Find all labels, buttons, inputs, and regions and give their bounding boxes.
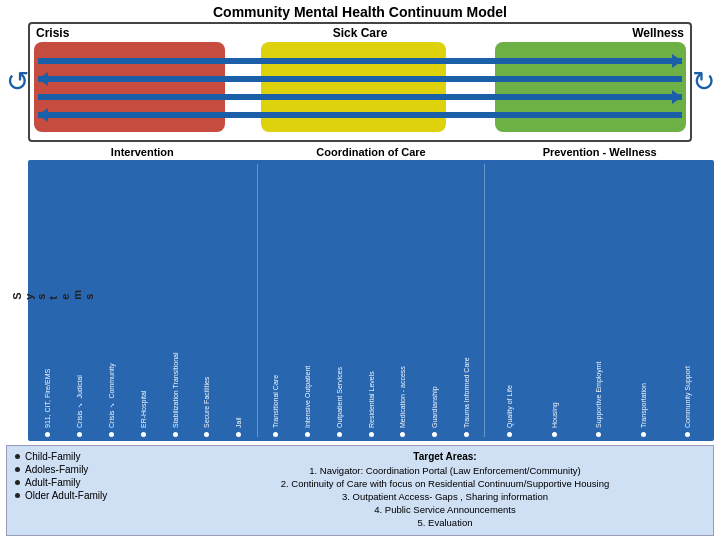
family-item-3: Older Adult-Family — [15, 490, 175, 501]
wellness-label: Wellness — [632, 26, 684, 40]
content-area: Intervention Coordination of Care Preven… — [28, 146, 714, 441]
bottom-section: Child-Family Adoles-Family Adult-Family … — [6, 445, 714, 536]
header-intervention: Intervention — [28, 146, 257, 158]
bullet-c5 — [432, 432, 437, 437]
item-911: 911, CIT, Fire/EMS — [32, 343, 64, 437]
family-item-1: Adoles-Family — [15, 464, 175, 475]
item-outpatient-services: Outpatient Services — [323, 343, 355, 437]
left-arrow-area: ↺ — [6, 22, 28, 142]
item-secure: Secure Facilities — [191, 343, 223, 437]
blue-content-box: 911, CIT, Fire/EMS Crisis ✓ Judicial Cri… — [28, 160, 714, 441]
bullet-p3 — [641, 432, 646, 437]
item-crisis-judicial: Crisis ✓ Judicial — [64, 343, 96, 437]
intervention-group: 911, CIT, Fire/EMS Crisis ✓ Judicial Cri… — [30, 164, 258, 437]
item-quality-life: Quality of Life — [487, 343, 532, 437]
bullet-c1 — [305, 432, 310, 437]
item-housing: Housing — [532, 343, 577, 437]
bullet-family-3 — [15, 493, 20, 498]
item-stabilization: Stabilization Transitional — [159, 343, 191, 437]
bullet-c3 — [369, 432, 374, 437]
bullet-6 — [236, 432, 241, 437]
item-transitional-care: Transitional Care — [260, 343, 292, 437]
sick-care-label: Sick Care — [333, 26, 388, 40]
cross-systems-label: C r o s s S y s t e m s — [0, 288, 95, 300]
header-coordination: Coordination of Care — [257, 146, 486, 158]
bottom-right: Target Areas: 1. Navigator: Coordination… — [175, 451, 705, 530]
arrow-left-1 — [38, 76, 682, 82]
bullet-4 — [173, 432, 178, 437]
bullet-p2 — [596, 432, 601, 437]
bullet-p4 — [685, 432, 690, 437]
family-item-2: Adult-Family — [15, 477, 175, 488]
bullet-family-0 — [15, 454, 20, 459]
right-arrow-area: ↻ — [692, 22, 714, 142]
item-residential: Residential Levels — [355, 343, 387, 437]
family-label-3: Older Adult-Family — [25, 490, 107, 501]
curved-arrow-right-icon: ↻ — [692, 68, 715, 96]
crisis-label: Crisis — [36, 26, 69, 40]
cross-systems-container: C r o s s S y s t e m s — [6, 146, 28, 441]
item-trauma: Trauma Informed Care — [451, 343, 483, 437]
bullet-p0 — [507, 432, 512, 437]
bullet-c2 — [337, 432, 342, 437]
item-transportation: Transportation — [621, 343, 666, 437]
item-guardianship: Guardianship — [419, 343, 451, 437]
item-supportive-employ: Supportive Employmt — [576, 343, 621, 437]
family-item-0: Child-Family — [15, 451, 175, 462]
target-item-2: 3. Outpatient Access- Gaps , Sharing inf… — [185, 491, 705, 502]
crisis-block — [34, 42, 225, 132]
curved-arrow-left-icon: ↺ — [6, 68, 29, 96]
header-prevention: Prevention - Wellness — [485, 146, 714, 158]
target-item-1: 2. Continuity of Care with focus on Resi… — [185, 478, 705, 489]
bullet-3 — [141, 432, 146, 437]
wellness-block — [495, 42, 686, 132]
item-jail: Jail — [223, 343, 255, 437]
arrow-left-2 — [38, 112, 682, 118]
coordination-group: Transitional Care Intensive Outpatient O… — [258, 164, 486, 437]
arrow-right-1 — [38, 58, 682, 64]
family-label-0: Child-Family — [25, 451, 81, 462]
continuum-box: Crisis Sick Care Wellness — [28, 22, 692, 142]
bullet-c6 — [464, 432, 469, 437]
item-er-hospital: ER-Hospital — [127, 343, 159, 437]
bottom-left: Child-Family Adoles-Family Adult-Family … — [15, 451, 175, 530]
bullet-1 — [77, 432, 82, 437]
main-title: Community Mental Health Continuum Model — [6, 4, 714, 20]
item-medication: Medication - access — [387, 343, 419, 437]
bullet-5 — [204, 432, 209, 437]
bullet-family-1 — [15, 467, 20, 472]
family-label-2: Adult-Family — [25, 477, 81, 488]
item-intensive-outpatient: Intensive Outpatient — [291, 343, 323, 437]
bullet-2 — [109, 432, 114, 437]
item-crisis-community: Crisis ✓ Community — [96, 343, 128, 437]
bullet-family-2 — [15, 480, 20, 485]
prevention-group: Quality of Life Housing Supportive Emplo… — [485, 164, 712, 437]
target-item-0: 1. Navigator: Coordination Portal (Law E… — [185, 465, 705, 476]
column-headers: Intervention Coordination of Care Preven… — [28, 146, 714, 158]
bullet-c4 — [400, 432, 405, 437]
target-areas-title: Target Areas: — [185, 451, 705, 462]
bullet-p1 — [552, 432, 557, 437]
family-label-1: Adoles-Family — [25, 464, 88, 475]
page-container: Community Mental Health Continuum Model … — [0, 0, 720, 540]
target-item-4: 5. Evaluation — [185, 517, 705, 528]
bullet-0 — [45, 432, 50, 437]
bullet-c0 — [273, 432, 278, 437]
arrow-right-2 — [38, 94, 682, 100]
sick-care-block — [261, 42, 446, 132]
target-item-3: 4. Public Service Announcements — [185, 504, 705, 515]
item-community-support: Community Support — [665, 343, 710, 437]
